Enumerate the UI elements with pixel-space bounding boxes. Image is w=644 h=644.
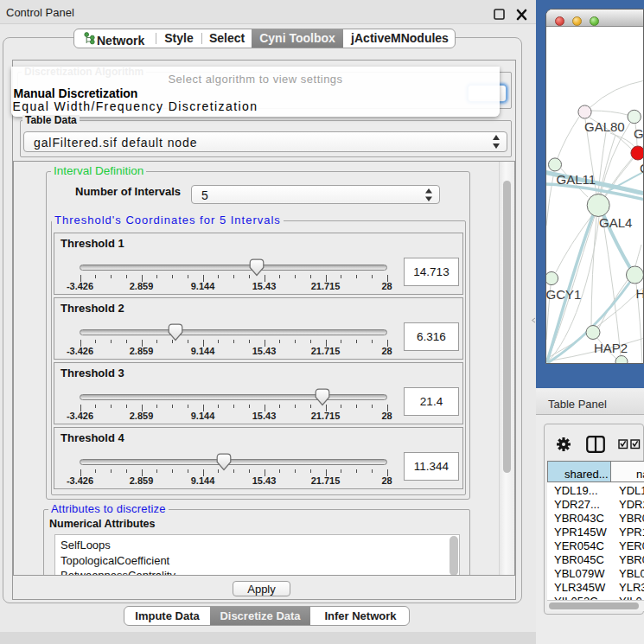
svg-text:GAL4: GAL4 bbox=[599, 215, 632, 230]
svg-text:HIS: HIS bbox=[636, 286, 644, 301]
svg-text:GAL11: GAL11 bbox=[557, 172, 596, 187]
svg-text:GAL80: GAL80 bbox=[584, 119, 625, 134]
svg-text:GAL7: GAL7 bbox=[634, 126, 644, 141]
svg-text:HAP2: HAP2 bbox=[594, 341, 628, 355]
svg-text:GCY1: GCY1 bbox=[546, 287, 581, 302]
svg-text:CY: CY bbox=[640, 161, 644, 175]
